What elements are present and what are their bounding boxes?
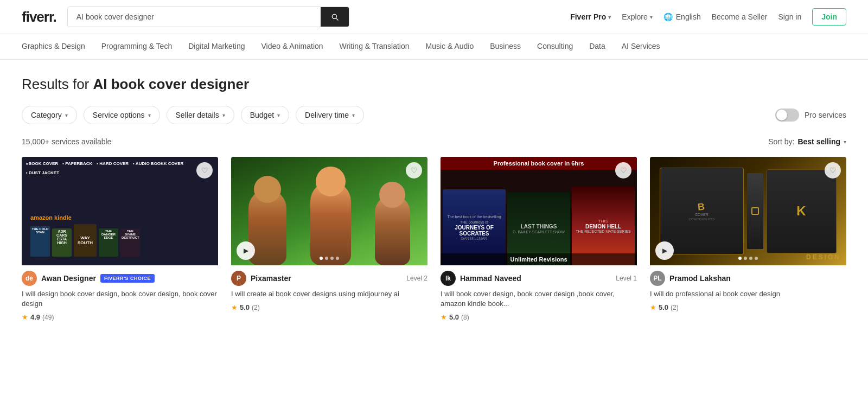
- heart-button-1[interactable]: ♡: [196, 162, 213, 178]
- results-count: 15,000+ services available: [22, 137, 111, 146]
- rating-num-3: 5.0: [449, 313, 459, 321]
- play-button-2[interactable]: ▶: [237, 241, 255, 260]
- listing-card-3[interactable]: Professional book cover in 6hrs The best…: [441, 157, 637, 327]
- cat-graphics-design[interactable]: Graphics & Design: [22, 34, 85, 59]
- search-input[interactable]: [68, 7, 321, 27]
- seller-name-1: Awan Designer: [41, 274, 96, 283]
- cat-business[interactable]: Business: [490, 34, 521, 59]
- card-1-image: eBOOK COVER ▪ PAPERBACK ▪ HARD COVER ▪ A…: [22, 157, 218, 265]
- seller-name-2: Pixamaster: [251, 274, 291, 283]
- seller-name-4: Pramod Lakshan: [669, 274, 731, 283]
- search-bar: [67, 7, 349, 27]
- star-icon-1: ★: [22, 313, 28, 321]
- star-icon-4: ★: [650, 303, 656, 311]
- card-4-dots: [738, 257, 758, 260]
- explore-nav[interactable]: Explore ▾: [622, 12, 652, 21]
- category-chevron: ▾: [65, 112, 68, 118]
- card-title-2: I will create ai book cover designs usin…: [231, 289, 427, 299]
- fiverr-pro-nav[interactable]: Fiverr Pro ▾: [570, 12, 611, 21]
- fiverrs-choice-badge: FIVERR'S CHOICE: [100, 274, 155, 283]
- listing-card-2[interactable]: ♡ ▶ P Pixamaster Level 2 I will cr: [231, 157, 427, 327]
- card-3-image: Professional book cover in 6hrs The best…: [441, 157, 637, 265]
- results-title: Results for AI book cover designer: [22, 76, 846, 93]
- listing-card-4[interactable]: B COVER CONCIOUSLESS K DESIGN ♡ ▶: [650, 157, 846, 327]
- avatar-4: PL: [650, 271, 665, 286]
- listing-card-1[interactable]: eBOOK COVER ▪ PAPERBACK ▪ HARD COVER ▪ A…: [22, 157, 218, 327]
- heart-button-2[interactable]: ♡: [406, 162, 422, 178]
- card-title-4: I will do professional ai book cover des…: [650, 289, 846, 299]
- cat-data[interactable]: Data: [589, 34, 605, 59]
- pro-services-toggle[interactable]: [775, 109, 799, 122]
- results-title-prefix: Results for: [22, 76, 93, 92]
- budget-chevron: ▾: [277, 112, 280, 118]
- card-3-info: lk Hammad Naveed Level 1 I will book cov…: [441, 265, 637, 327]
- card-4-image: B COVER CONCIOUSLESS K DESIGN ♡ ▶: [650, 157, 846, 265]
- sort-label: Sort by:: [768, 137, 794, 146]
- book-covers: THE COLD STAN ADR CARS ESTA HIGH WAY SOU…: [30, 224, 209, 257]
- filter-service-options[interactable]: Service options ▾: [84, 106, 160, 124]
- cat-programming-tech[interactable]: Programming & Tech: [101, 34, 172, 59]
- card-2-image: ♡ ▶: [231, 157, 427, 265]
- avatar-3: lk: [441, 271, 456, 286]
- seller-row-2: P Pixamaster Level 2: [231, 271, 427, 286]
- promo-text: Professional book cover in 6hrs: [441, 157, 637, 170]
- globe-icon: 🌐: [663, 12, 673, 21]
- card-2-info: P Pixamaster Level 2 I will create ai bo…: [231, 265, 427, 317]
- pro-services-label: Pro services: [805, 111, 846, 119]
- rating-row-3: ★ 5.0 (8): [441, 313, 637, 321]
- rating-count-2: (2): [252, 304, 260, 311]
- logo[interactable]: fiverr.: [22, 9, 56, 25]
- cat-ai-services[interactable]: AI Services: [622, 34, 660, 59]
- heart-button-3[interactable]: ♡: [615, 162, 631, 178]
- cat-writing-translation[interactable]: Writing & Translation: [340, 34, 410, 59]
- card-1-banner: eBOOK COVER ▪ PAPERBACK ▪ HARD COVER ▪ A…: [22, 157, 218, 180]
- filter-category[interactable]: Category ▾: [22, 106, 77, 124]
- kindle-logo: amazon kindle: [30, 214, 209, 221]
- card-title-3: I will book cover design, book cover des…: [441, 289, 637, 309]
- filter-seller-details[interactable]: Seller details ▾: [167, 106, 234, 124]
- rating-row-1: ★ 4.9 (49): [22, 313, 218, 321]
- language-nav[interactable]: 🌐 English: [663, 12, 701, 21]
- unlimited-revisions-badge: Unlimited Revisions: [441, 253, 637, 265]
- rating-num-1: 4.9: [30, 313, 40, 321]
- rating-row-4: ★ 5.0 (2): [650, 303, 846, 311]
- rating-num-2: 5.0: [240, 303, 250, 311]
- star-icon-2: ★: [231, 303, 238, 311]
- cat-music-audio[interactable]: Music & Audio: [426, 34, 474, 59]
- rating-count-4: (2): [671, 304, 679, 311]
- seller-row-4: PL Pramod Lakshan: [650, 271, 846, 286]
- cat-video-animation[interactable]: Video & Animation: [261, 34, 323, 59]
- sort-chevron[interactable]: ▾: [844, 139, 846, 145]
- cat-consulting[interactable]: Consulting: [537, 34, 573, 59]
- heart-button-4[interactable]: ♡: [825, 162, 841, 178]
- category-nav: Graphics & Design Programming & Tech Dig…: [0, 34, 868, 60]
- search-button[interactable]: [321, 7, 349, 27]
- join-button[interactable]: Join: [812, 8, 846, 25]
- play-button-4[interactable]: ▶: [655, 241, 674, 260]
- sign-in-nav[interactable]: Sign in: [778, 12, 801, 21]
- card-title-1: I will design book cover design, book co…: [22, 289, 218, 309]
- avatar-2: P: [231, 271, 246, 286]
- filter-delivery-time[interactable]: Delivery time ▾: [296, 106, 364, 124]
- seller-identity-3: lk Hammad Naveed: [441, 271, 521, 286]
- level-badge-3: Level 1: [616, 275, 637, 282]
- sort-value[interactable]: Best selling: [797, 137, 840, 146]
- become-seller-nav[interactable]: Become a Seller: [712, 12, 768, 21]
- fiverr-pro-chevron: ▾: [608, 14, 611, 20]
- star-icon-3: ★: [441, 313, 447, 321]
- main-content: Results for AI book cover designer Categ…: [0, 60, 868, 343]
- logo-dot: .: [53, 9, 56, 25]
- level-badge-2: Level 2: [406, 275, 427, 282]
- cat-digital-marketing[interactable]: Digital Marketing: [188, 34, 245, 59]
- seller-row-1: de Awan Designer FIVERR'S CHOICE: [22, 271, 218, 286]
- service-options-chevron: ▾: [148, 112, 151, 118]
- seller-details-chevron: ▾: [222, 112, 225, 118]
- filters-bar: Category ▾ Service options ▾ Seller deta…: [22, 106, 846, 124]
- seller-name-3: Hammad Naveed: [460, 274, 521, 283]
- card-2-dots: [320, 257, 339, 260]
- results-title-bold: AI book cover designer: [93, 76, 250, 92]
- card-1-info: de Awan Designer FIVERR'S CHOICE I will …: [22, 265, 218, 327]
- filter-budget[interactable]: Budget ▾: [241, 106, 289, 124]
- rating-num-4: 5.0: [659, 303, 668, 311]
- results-meta: 15,000+ services available Sort by: Best…: [22, 137, 846, 146]
